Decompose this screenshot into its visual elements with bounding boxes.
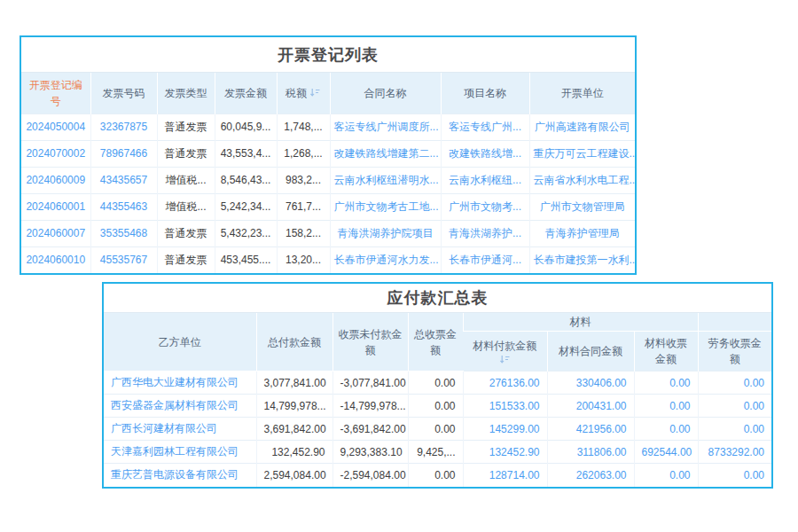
party-b-unit-cell[interactable]: 重庆艺普电源设备有限公司: [104, 464, 256, 487]
payable-row: 重庆艺普电源设备有限公司2,594,084.00-2,594,084.000.0…: [104, 464, 771, 487]
total-payment-cell: 132,452.90: [256, 441, 332, 464]
registration-id-cell[interactable]: 2024060009: [21, 167, 90, 193]
labor-received-cell[interactable]: 0.00: [698, 372, 771, 395]
tax-amount-cell: 983,2...: [277, 167, 330, 193]
invoice-row: 202407000278967466普通发票43,553,4...1,268,.…: [21, 140, 635, 167]
col-received-unpaid-label: 收票未付款金额: [339, 328, 403, 356]
contract-name-cell[interactable]: 客运专线广州调度所...: [330, 113, 441, 140]
col-invoicing-unit-label: 开票单位: [561, 87, 604, 99]
invoice-amount-cell: 8,546,43...: [215, 167, 277, 193]
registration-id-cell[interactable]: 2024070002: [21, 140, 90, 167]
project-name-cell[interactable]: 云南水利枢纽...: [441, 167, 529, 193]
invoicing-unit-cell[interactable]: 广州高速路有限公司: [529, 113, 635, 140]
sort-icon[interactable]: [499, 355, 511, 364]
invoicing-unit-cell[interactable]: 广州市文物管理局: [529, 193, 635, 220]
payable-row: 天津嘉利园林工程有限公司132,452.909,293,383.109,425,…: [104, 441, 771, 464]
material-payment-cell[interactable]: 276136.00: [463, 372, 547, 395]
col-tax-amount[interactable]: 税额: [277, 73, 330, 113]
invoice-type-cell: 普通发票: [157, 220, 215, 246]
material-contract-cell[interactable]: 421956.00: [547, 418, 634, 441]
total-payment-cell: 3,691,842.00: [256, 418, 332, 441]
invoice-row: 202406000735355468普通发票5,432,23...158,2..…: [21, 220, 635, 246]
payable-row: 西安盛器金属材料有限公司14,799,978...-14,799,978...0…: [104, 395, 771, 418]
invoicing-unit-cell[interactable]: 长春市建投第一水利...: [529, 246, 635, 273]
material-contract-cell[interactable]: 311806.00: [547, 441, 634, 464]
invoicing-unit-cell[interactable]: 青海养护管理局: [529, 220, 635, 246]
invoice-number-cell[interactable]: 44355463: [90, 193, 157, 220]
material-payment-cell[interactable]: 132452.90: [463, 441, 547, 464]
material-contract-cell[interactable]: 262063.00: [547, 464, 634, 487]
project-name-cell[interactable]: 长春市伊通河...: [441, 246, 529, 273]
col-labor-received: 劳务收票金额: [698, 332, 771, 372]
invoice-number-cell[interactable]: 32367875: [90, 113, 157, 140]
material-received-cell[interactable]: 0.00: [634, 372, 698, 395]
contract-name-cell[interactable]: 改建铁路线增建第二...: [330, 140, 441, 167]
tax-amount-cell: 761,7...: [277, 193, 330, 220]
col-project-name-label: 项目名称: [464, 87, 506, 99]
col-material-payment-label: 材料付款金额: [473, 338, 536, 354]
col-invoice-type: 发票类型: [157, 73, 215, 113]
invoicing-unit-cell[interactable]: 重庆万可云工程建设...: [529, 140, 635, 167]
payable-row: 广西长河建材有限公司3,691,842.00-3,691,842.000.001…: [104, 418, 771, 441]
col-contract-name-label: 合同名称: [364, 87, 407, 99]
labor-received-cell[interactable]: 0.00: [698, 464, 771, 487]
registration-id-cell[interactable]: 2024050004: [21, 113, 90, 140]
invoicing-unit-cell[interactable]: 云南省水利水电工程...: [529, 167, 635, 193]
labor-received-cell[interactable]: 8733292.00: [698, 441, 771, 464]
col-material-contract-label: 材料合同金额: [559, 345, 622, 357]
material-received-cell[interactable]: 0.00: [634, 395, 698, 418]
labor-group-header-empty: [698, 313, 771, 332]
registration-id-cell[interactable]: 2024060010: [21, 246, 90, 273]
labor-received-cell[interactable]: 0.00: [698, 395, 771, 418]
col-registration-id-label: 开票登记编号: [29, 79, 82, 107]
col-invoice-amount-label: 发票金额: [224, 87, 267, 99]
material-payment-cell[interactable]: 151533.00: [463, 395, 547, 418]
received-unpaid-cell: -3,077,841.00: [332, 372, 408, 395]
project-name-cell[interactable]: 广州市文物考...: [441, 193, 529, 220]
total-payment-cell: 3,077,841.00: [256, 372, 332, 395]
contract-name-cell[interactable]: 长春市伊通河水力发...: [330, 246, 441, 273]
col-material-payment[interactable]: 材料付款金额: [463, 332, 547, 372]
party-b-unit-cell[interactable]: 广西华电大业建材有限公司: [104, 372, 256, 395]
col-invoice-type-label: 发票类型: [165, 87, 207, 99]
party-b-unit-cell[interactable]: 西安盛器金属材料有限公司: [104, 395, 256, 418]
contract-name-cell[interactable]: 云南水利枢纽潜明水...: [330, 167, 441, 193]
received-unpaid-cell: -14,799,978...: [332, 395, 408, 418]
party-b-unit-cell[interactable]: 天津嘉利园林工程有限公司: [104, 441, 256, 464]
col-tax-amount-label: 税额: [286, 85, 307, 101]
material-received-cell[interactable]: 692544.00: [634, 441, 698, 464]
invoice-number-cell[interactable]: 78967466: [90, 140, 157, 167]
project-name-cell[interactable]: 青海洪湖养护...: [441, 220, 529, 246]
total-received-cell: 0.00: [408, 464, 463, 487]
registration-id-cell[interactable]: 2024060001: [21, 193, 90, 220]
total-received-cell: 0.00: [408, 372, 463, 395]
total-payment-cell: 14,799,978...: [256, 395, 332, 418]
sort-icon[interactable]: [309, 88, 321, 98]
contract-name-cell[interactable]: 青海洪湖养护院项目: [330, 220, 441, 246]
received-unpaid-cell: -2,594,084.00: [332, 464, 408, 487]
col-material-received: 材料收票金额: [634, 332, 698, 372]
material-payment-cell[interactable]: 128714.00: [463, 464, 547, 487]
material-contract-cell[interactable]: 200431.00: [547, 395, 634, 418]
material-received-cell[interactable]: 0.00: [634, 464, 698, 487]
invoice-number-cell[interactable]: 45535767: [90, 246, 157, 273]
col-total-received: 总收票金额: [408, 313, 463, 372]
material-contract-cell[interactable]: 330406.00: [547, 372, 634, 395]
invoice-row: 202405000432367875普通发票60,045,9...1,748,.…: [21, 113, 635, 140]
labor-received-cell[interactable]: 0.00: [698, 418, 771, 441]
project-name-cell[interactable]: 客运专线广州...: [441, 113, 529, 140]
payable-row: 广西华电大业建材有限公司3,077,841.00-3,077,841.000.0…: [104, 372, 771, 395]
registration-id-cell[interactable]: 2024060007: [21, 220, 90, 246]
invoice-number-cell[interactable]: 43435657: [90, 167, 157, 193]
material-received-cell[interactable]: 0.00: [634, 418, 698, 441]
contract-name-cell[interactable]: 广州市文物考古工地...: [330, 193, 441, 220]
tax-amount-cell: 1,748,...: [277, 113, 330, 140]
project-name-cell[interactable]: 改建铁路线增...: [441, 140, 529, 167]
col-registration-id: 开票登记编号: [21, 73, 90, 113]
invoice-type-cell: 增值税...: [157, 167, 215, 193]
invoice-amount-cell: 453,455....: [215, 246, 277, 273]
party-b-unit-cell[interactable]: 广西长河建材有限公司: [104, 418, 256, 441]
material-payment-cell[interactable]: 145299.00: [463, 418, 547, 441]
invoice-number-cell[interactable]: 35355468: [90, 220, 157, 246]
tax-amount-cell: 1,268,...: [277, 140, 330, 167]
